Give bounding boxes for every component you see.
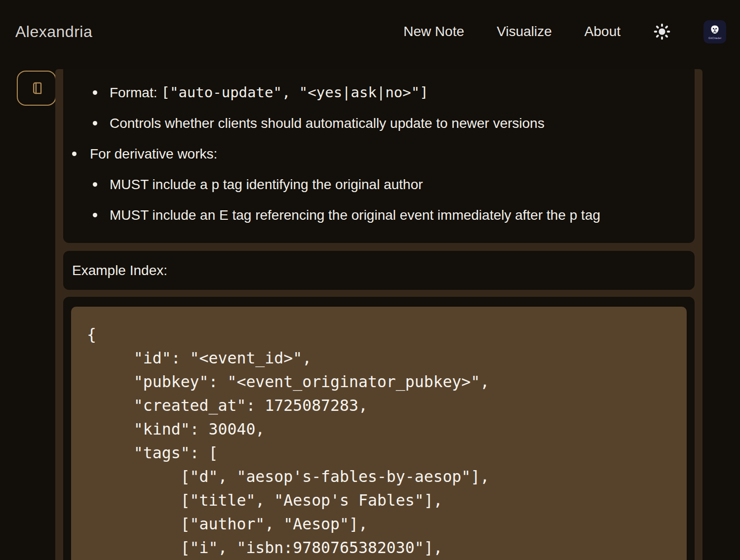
gitcitadel-logo[interactable]: GitCitadel: [703, 20, 726, 43]
top-nav-bar: Alexandria New Note Visualize About: [0, 0, 740, 63]
app-title: Alexandria: [15, 23, 92, 41]
derivative-sublist: MUST include a p tag identifying the ori…: [90, 176, 695, 224]
format-code: ["auto-update", "<yes|ask|no>"]: [161, 84, 428, 101]
list-item-format: Format:["auto-update", "<yes|ask|no>"]: [63, 84, 695, 101]
example-index-card: Example Index:: [63, 251, 695, 290]
list-item-controls: Controls whether clients should automati…: [63, 115, 695, 132]
example-code-card: { "id": "<event_id>", "pubkey": "<event_…: [63, 297, 695, 560]
library-sidebar-button[interactable]: [17, 71, 56, 106]
nav-link-new-note[interactable]: New Note: [403, 24, 464, 40]
sun-icon: [653, 23, 671, 40]
nav-link-visualize[interactable]: Visualize: [497, 24, 552, 40]
list-item-derivative-heading: For derivative works: MUST include a p t…: [63, 145, 695, 224]
book-icon: [28, 80, 45, 97]
derivative-list: For derivative works: MUST include a p t…: [63, 145, 695, 224]
theme-toggle-button[interactable]: [653, 23, 671, 40]
json-code-block: { "id": "<event_id>", "pubkey": "<event_…: [71, 307, 687, 560]
logo-caption: GitCitadel: [708, 37, 721, 40]
content-scroll-area[interactable]: Format:["auto-update", "<yes|ask|no>"] C…: [55, 69, 702, 560]
list-item-must-p-tag: MUST include a p tag identifying the ori…: [90, 176, 695, 193]
shield-glyph-icon: [709, 24, 721, 36]
spec-rules-card: Format:["auto-update", "<yes|ask|no>"] C…: [63, 69, 695, 243]
format-label: Format:: [110, 85, 157, 100]
list-item-must-e-tag: MUST include an E tag referencing the or…: [90, 206, 695, 224]
format-sublist: Format:["auto-update", "<yes|ask|no>"] C…: [63, 84, 695, 132]
json-code-text: { "id": "<event_id>", "pubkey": "<event_…: [87, 322, 671, 560]
main-nav: New Note Visualize About: [403, 20, 726, 43]
nav-link-about[interactable]: About: [584, 24, 621, 40]
example-index-label: Example Index:: [72, 263, 167, 279]
